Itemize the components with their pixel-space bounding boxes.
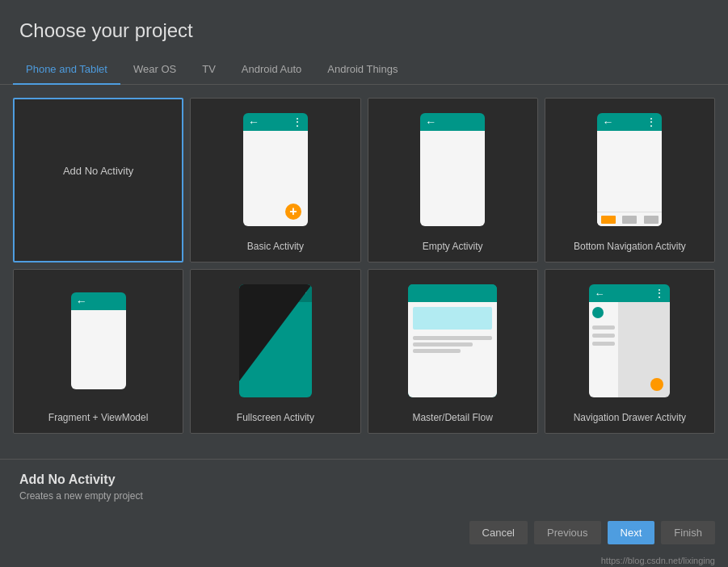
selected-activity-title: Add No Activity bbox=[19, 472, 709, 487]
activity-grid-scroll[interactable]: Add No Activity ← ⋮ + bbox=[0, 85, 728, 459]
card-label-master-detail: Master/Detail Flow bbox=[412, 412, 492, 426]
drawer-item-3 bbox=[592, 342, 615, 346]
previous-button[interactable]: Previous bbox=[534, 521, 601, 544]
phone-header-basic: ← ⋮ bbox=[243, 113, 308, 131]
phone-mock-basic: ← ⋮ + bbox=[243, 113, 308, 226]
detail-line-3 bbox=[413, 349, 461, 353]
card-thumb-empty: ← bbox=[375, 105, 531, 234]
next-button[interactable]: Next bbox=[608, 521, 655, 544]
dots-icon-nav-drawer: ⋮ bbox=[654, 287, 665, 300]
card-bottom-nav[interactable]: ← ⋮ Bottom Nav bbox=[545, 98, 715, 262]
card-label-basic: Basic Activity bbox=[247, 241, 304, 255]
phone-body-empty bbox=[420, 131, 485, 226]
tab-wear-os[interactable]: Wear OS bbox=[120, 55, 189, 85]
dialog: Choose your project Phone and Tablet Wea… bbox=[0, 0, 728, 567]
fullscreen-diagonal bbox=[239, 284, 312, 397]
phone-header-fragment: ← bbox=[71, 292, 126, 310]
nav-drawer-body bbox=[589, 302, 670, 397]
finish-button[interactable]: Finish bbox=[661, 521, 715, 544]
card-label-empty: Empty Activity bbox=[423, 241, 483, 255]
dialog-title: Choose your project bbox=[0, 0, 728, 55]
detail-line-2 bbox=[413, 342, 473, 346]
detail-card bbox=[413, 307, 492, 330]
card-label-bottom-nav: Bottom Navigation Activity bbox=[574, 241, 686, 255]
nav-drawer-header: ← ⋮ bbox=[589, 284, 670, 302]
arrow-icon-nav-drawer: ← bbox=[594, 288, 604, 300]
activity-grid: Add No Activity ← ⋮ + bbox=[13, 98, 715, 434]
card-thumb-basic: ← ⋮ + bbox=[197, 105, 353, 234]
card-fullscreen[interactable]: ← ⤢ Fullscreen Activity bbox=[190, 269, 360, 434]
detail-lines bbox=[413, 336, 492, 353]
nav-drawer-main bbox=[618, 302, 670, 397]
card-empty-activity[interactable]: ← Empty Activity bbox=[368, 98, 538, 262]
card-label-fullscreen: Fullscreen Activity bbox=[237, 412, 314, 426]
drawer-item-2 bbox=[592, 334, 615, 338]
card-label-nav-drawer: Navigation Drawer Activity bbox=[574, 412, 686, 426]
card-label-fragment: Fragment + ViewModel bbox=[48, 412, 149, 426]
card-thumb-no-activity: Add No Activity bbox=[21, 106, 175, 235]
master-detail-body bbox=[408, 302, 497, 397]
phone-mock-fragment: ← bbox=[71, 292, 126, 389]
detail-line-1 bbox=[413, 336, 492, 340]
dots-icon-bottom-nav: ⋮ bbox=[646, 116, 657, 128]
arrow-icon-basic: ← bbox=[248, 116, 259, 128]
card-thumb-master-detail bbox=[375, 276, 531, 405]
no-activity-inner-label: Add No Activity bbox=[63, 165, 133, 177]
arrow-icon-bottom-nav: ← bbox=[602, 116, 613, 128]
nav-drawer-mock: ← ⋮ bbox=[589, 284, 670, 397]
card-no-activity[interactable]: Add No Activity bbox=[13, 98, 183, 262]
dots-icon-basic: ⋮ bbox=[292, 116, 303, 128]
selected-activity-description: Creates a new empty project bbox=[19, 490, 709, 502]
card-thumb-fragment: ← bbox=[20, 276, 176, 405]
fab-basic: + bbox=[285, 204, 301, 220]
card-basic-activity[interactable]: ← ⋮ + Basic Activity bbox=[190, 98, 360, 262]
drawer-avatar bbox=[592, 307, 604, 318]
nav-drawer-fab bbox=[650, 378, 663, 391]
card-master-detail[interactable]: Master/Detail Flow bbox=[368, 269, 538, 434]
fullscreen-mock: ← ⤢ bbox=[239, 284, 312, 397]
card-nav-drawer[interactable]: ← ⋮ bbox=[545, 269, 715, 434]
bottom-nav-item-2 bbox=[622, 216, 637, 224]
master-detail-header bbox=[408, 284, 497, 302]
phone-mock-empty: ← bbox=[420, 113, 485, 226]
phone-mock-bottom-nav: ← ⋮ bbox=[597, 113, 662, 226]
nav-drawer-side bbox=[589, 302, 618, 397]
tab-android-auto[interactable]: Android Auto bbox=[229, 55, 314, 85]
content-area: Add No Activity ← ⋮ + bbox=[0, 85, 728, 459]
drawer-item-1 bbox=[592, 326, 615, 330]
bottom-nav-bar bbox=[597, 212, 662, 226]
phone-body-basic: + bbox=[243, 131, 308, 226]
bottom-info: Add No Activity Creates a new empty proj… bbox=[0, 459, 728, 514]
phone-header-empty: ← bbox=[420, 113, 485, 131]
tab-android-things[interactable]: Android Things bbox=[314, 55, 410, 85]
phone-body-bottom-nav bbox=[597, 131, 662, 226]
card-thumb-nav-drawer: ← ⋮ bbox=[552, 276, 708, 405]
master-detail-mock bbox=[408, 284, 497, 397]
tabs-bar: Phone and Tablet Wear OS TV Android Auto… bbox=[0, 55, 728, 85]
phone-body-fragment bbox=[71, 310, 126, 389]
card-thumb-bottom-nav: ← ⋮ bbox=[552, 105, 708, 234]
card-fragment-viewmodel[interactable]: ← Fragment + ViewModel bbox=[13, 269, 183, 434]
button-row: Cancel Previous Next Finish bbox=[0, 514, 728, 554]
watermark: https://blog.csdn.net/lixinging bbox=[0, 554, 728, 567]
cancel-button[interactable]: Cancel bbox=[469, 521, 528, 544]
tab-phone-tablet[interactable]: Phone and Tablet bbox=[13, 55, 120, 85]
bottom-nav-item-1 bbox=[601, 216, 616, 224]
phone-header-bottom-nav: ← ⋮ bbox=[597, 113, 662, 131]
arrow-icon-empty: ← bbox=[425, 116, 436, 128]
arrow-icon-fragment: ← bbox=[76, 295, 87, 308]
bottom-nav-item-3 bbox=[644, 216, 659, 224]
card-thumb-fullscreen: ← ⤢ bbox=[197, 276, 353, 405]
tab-tv[interactable]: TV bbox=[189, 55, 229, 85]
